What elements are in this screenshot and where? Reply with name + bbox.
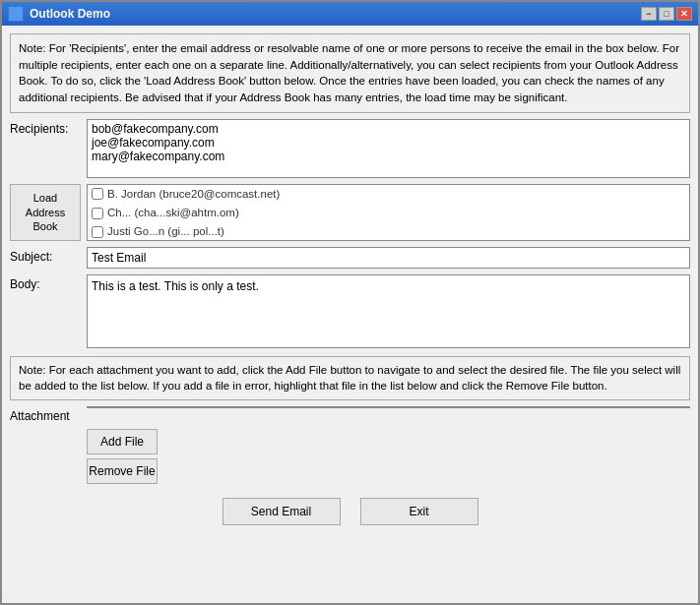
app-icon — [8, 6, 24, 22]
file-buttons: Add File Remove File — [87, 429, 158, 484]
minimize-button[interactable]: − — [641, 7, 657, 21]
remove-file-button[interactable]: Remove File — [87, 458, 158, 484]
main-content: Note: For 'Recipients', enter the email … — [2, 26, 698, 603]
note-recipients-text: Note: For 'Recipients', enter the email … — [19, 42, 679, 103]
subject-input[interactable] — [87, 247, 690, 269]
address-checkbox-3[interactable] — [92, 226, 103, 238]
address-name-3: Justi Go...n (gi... pol...t) — [107, 223, 224, 240]
exit-button[interactable]: Exit — [360, 498, 478, 525]
window-title: Outlook Demo — [30, 7, 110, 21]
titlebar-controls: − □ ✕ — [641, 7, 692, 21]
recipients-label: Recipients: — [10, 119, 81, 136]
address-name-2: Ch... (cha...ski@ahtm.om) — [107, 205, 239, 221]
note-recipients: Note: For 'Recipients', enter the email … — [10, 33, 690, 113]
recipients-row: Recipients: bob@fakecompany.com joe@fake… — [10, 119, 690, 178]
subject-label: Subject: — [10, 247, 81, 264]
recipients-area: bob@fakecompany.com joe@fakecompany.com … — [87, 119, 690, 178]
attachment-label: Attachment — [10, 406, 81, 423]
send-email-button[interactable]: Send Email — [223, 498, 341, 525]
body-input[interactable]: This is a test. This is only a test. — [87, 274, 690, 348]
attachment-row: Attachment — [10, 406, 690, 423]
note-attachment: Note: For each attachment you want to ad… — [10, 356, 690, 400]
bottom-buttons: Send Email Exit — [10, 490, 690, 529]
attachment-list — [87, 406, 690, 408]
list-item: Justi Go...n (gi... pol...t) — [88, 222, 689, 241]
address-book-list: B. Jordan (bruce20@comcast.net) Ch... (c… — [87, 184, 690, 241]
address-book-row: Load Address Book B. Jordan (bruce20@com… — [10, 184, 690, 241]
address-checkbox-2[interactable] — [92, 208, 103, 219]
list-item: B. Jordan (bruce20@comcast.net) — [88, 185, 689, 204]
attachment-area — [87, 406, 690, 408]
maximize-button[interactable]: □ — [659, 7, 674, 21]
body-row: Body: This is a test. This is only a tes… — [10, 274, 690, 348]
close-button[interactable]: ✕ — [676, 7, 692, 21]
body-label: Body: — [10, 274, 81, 291]
note-attachment-text: Note: For each attachment you want to ad… — [19, 364, 680, 393]
titlebar: Outlook Demo − □ ✕ — [2, 2, 698, 26]
main-window: Outlook Demo − □ ✕ Note: For 'Recipients… — [0, 0, 700, 605]
address-checkbox-1[interactable] — [92, 188, 103, 200]
load-address-book-button[interactable]: Load Address Book — [10, 184, 81, 241]
address-name-1: B. Jordan (bruce20@comcast.net) — [107, 186, 280, 203]
subject-row: Subject: — [10, 247, 690, 269]
titlebar-left: Outlook Demo — [8, 6, 110, 22]
recipients-input[interactable]: bob@fakecompany.com joe@fakecompany.com … — [87, 119, 690, 178]
add-file-button[interactable]: Add File — [87, 429, 158, 454]
file-buttons-row: Add File Remove File — [10, 429, 690, 484]
list-item: Ch... (cha...ski@ahtm.om) — [88, 204, 689, 222]
